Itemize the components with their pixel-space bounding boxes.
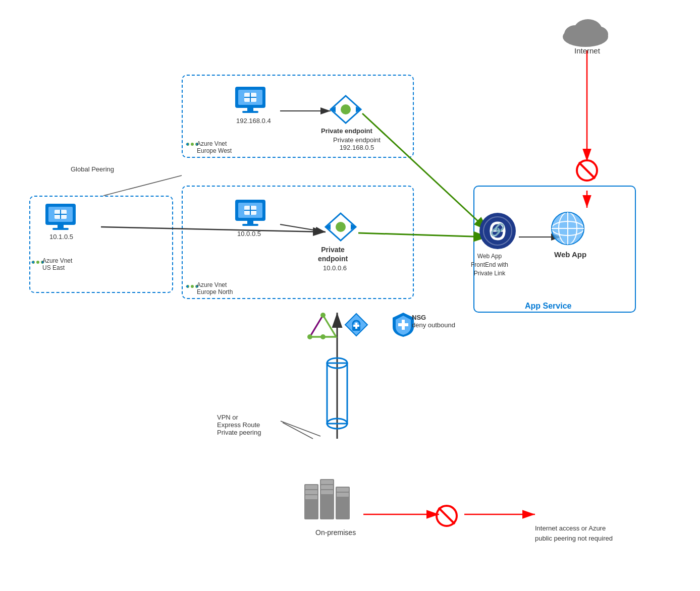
internet-cloud-icon	[560, 9, 611, 49]
vnet-us-icon	[31, 257, 44, 269]
lock-gateway-icon	[343, 312, 369, 341]
no-symbol-onprem	[435, 504, 458, 527]
vm-us-east-icon	[43, 202, 78, 234]
vnet-europe-north-box	[182, 186, 414, 299]
svg-rect-95	[304, 484, 318, 519]
vnet-europe-west-box	[182, 75, 414, 158]
svg-point-32	[341, 104, 351, 114]
svg-line-81	[310, 315, 323, 337]
svg-line-94	[281, 421, 320, 436]
svg-rect-105	[337, 493, 349, 497]
svg-line-16	[283, 423, 313, 439]
svg-text:🔗: 🔗	[490, 222, 505, 237]
vpn-cylinder-icon	[323, 348, 351, 441]
private-endpoint-en-icon	[323, 211, 358, 246]
svg-point-60	[336, 222, 346, 232]
vpn-gateway-icon	[307, 313, 340, 342]
svg-rect-79	[398, 323, 408, 326]
svg-point-84	[320, 334, 326, 339]
no-symbol-internet	[575, 159, 599, 182]
webapp-frontend-icon: 🔗	[478, 212, 517, 252]
svg-line-23	[579, 162, 595, 179]
nsg-label: NSGdeny outbound	[412, 314, 455, 329]
svg-rect-58	[242, 224, 258, 226]
svg-point-85	[307, 334, 312, 339]
svg-rect-97	[305, 490, 317, 494]
nsg-icon	[392, 312, 415, 340]
vm-europe-north-icon	[233, 198, 267, 230]
global-peering-label: Global Peering	[71, 165, 114, 173]
svg-rect-90	[353, 325, 359, 327]
svg-point-36	[191, 143, 194, 146]
vm-europe-west-icon	[233, 85, 267, 117]
diagram-container: Internet 192.168.0.4	[0, 0, 700, 591]
svg-point-86	[320, 313, 326, 318]
svg-rect-30	[242, 111, 258, 113]
svg-rect-91	[327, 363, 347, 424]
svg-rect-100	[321, 480, 333, 484]
svg-line-107	[439, 508, 455, 524]
on-premises-icon	[302, 474, 352, 526]
svg-rect-104	[337, 488, 349, 492]
svg-marker-80	[310, 315, 336, 337]
svg-rect-46	[52, 228, 69, 230]
vnet-ew-icon	[186, 139, 199, 151]
webapp-icon	[548, 211, 588, 251]
svg-rect-98	[305, 495, 317, 499]
svg-rect-96	[305, 485, 317, 489]
svg-rect-101	[321, 485, 333, 489]
svg-rect-45	[58, 225, 64, 228]
on-premises-label: On-premises	[315, 528, 356, 537]
svg-line-15	[103, 175, 182, 196]
svg-point-64	[191, 285, 194, 288]
svg-point-48	[36, 261, 39, 264]
svg-rect-57	[247, 221, 253, 224]
svg-line-82	[323, 315, 336, 337]
vpn-label: VPN orExpress RoutePrivate peering	[217, 413, 261, 436]
vnet-en-icon	[186, 281, 199, 293]
internet-note-label: Internet access or Azurepublic peering n…	[535, 523, 613, 543]
svg-rect-102	[321, 490, 333, 494]
private-endpoint-ew-icon	[328, 93, 363, 128]
svg-rect-29	[247, 108, 253, 111]
svg-point-21	[566, 24, 605, 42]
